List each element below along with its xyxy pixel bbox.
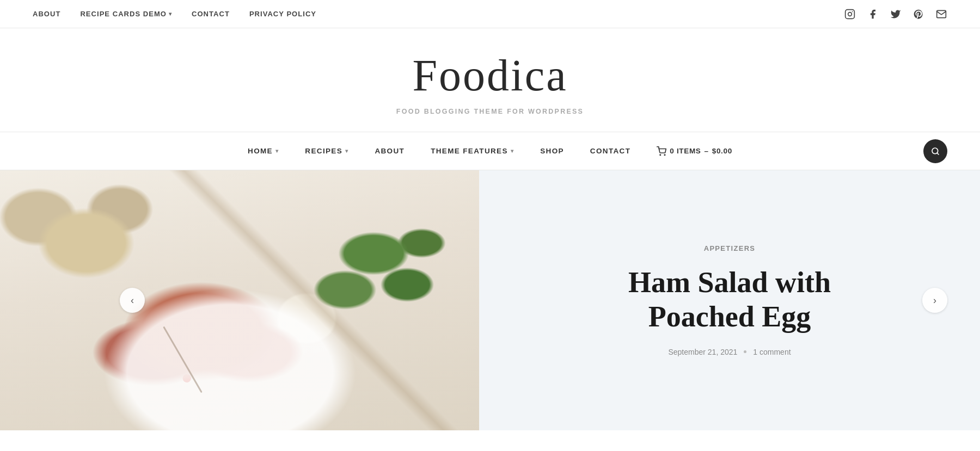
hero-content: Appetizers Ham Salad with Poached Egg Se… bbox=[479, 170, 980, 430]
search-icon bbox=[931, 147, 940, 156]
mainnav-about[interactable]: ABOUT bbox=[375, 147, 405, 155]
hero-image bbox=[0, 170, 479, 430]
hero-comments[interactable]: 1 comment bbox=[753, 348, 791, 356]
cart-icon bbox=[657, 146, 666, 156]
cart-label: 0 ITEMS bbox=[670, 147, 701, 155]
hero-next-button[interactable]: › bbox=[922, 288, 947, 313]
cart-price: $0.00 bbox=[712, 147, 732, 155]
topnav-contact[interactable]: CONTACT bbox=[192, 10, 230, 18]
hero-category[interactable]: Appetizers bbox=[704, 244, 756, 252]
top-navigation: ABOUT RECIPE CARDS DEMO ▾ CONTACT PRIVAC… bbox=[33, 10, 316, 18]
svg-point-2 bbox=[852, 11, 853, 12]
chevron-down-icon: ▾ bbox=[511, 148, 514, 154]
cart-separator: – bbox=[705, 147, 709, 155]
main-navigation: HOME ▾ RECIPES ▾ ABOUT THEME FEATURES ▾ … bbox=[0, 132, 980, 170]
site-title[interactable]: Foodica bbox=[412, 50, 567, 101]
email-icon[interactable] bbox=[935, 8, 947, 20]
svg-point-4 bbox=[665, 155, 666, 156]
pinterest-icon[interactable] bbox=[912, 8, 924, 20]
svg-point-3 bbox=[660, 155, 661, 156]
svg-rect-0 bbox=[846, 9, 855, 18]
instagram-icon[interactable] bbox=[844, 8, 856, 20]
hero-date: September 21, 2021 bbox=[668, 348, 737, 356]
svg-point-1 bbox=[848, 12, 852, 16]
mainnav-shop[interactable]: SHOP bbox=[540, 147, 564, 155]
hero-prev-button[interactable]: ‹ bbox=[120, 288, 145, 313]
mainnav-home[interactable]: HOME ▾ bbox=[248, 147, 279, 155]
site-tagline: FOOD BLOGGING THEME FOR WORDPRESS bbox=[396, 108, 584, 115]
social-icons bbox=[844, 8, 947, 20]
hero-title[interactable]: Ham Salad with Poached Egg bbox=[599, 265, 860, 333]
top-bar: ABOUT RECIPE CARDS DEMO ▾ CONTACT PRIVAC… bbox=[0, 0, 980, 28]
mainnav-recipes[interactable]: RECIPES ▾ bbox=[305, 147, 348, 155]
hero-meta: September 21, 2021 1 comment bbox=[668, 348, 791, 356]
chevron-down-icon: ▾ bbox=[275, 148, 279, 154]
site-header: Foodica FOOD BLOGGING THEME FOR WORDPRES… bbox=[0, 28, 980, 132]
chevron-down-icon: ▾ bbox=[169, 11, 172, 17]
topnav-recipe-cards-demo[interactable]: RECIPE CARDS DEMO ▾ bbox=[80, 10, 172, 18]
topnav-about[interactable]: ABOUT bbox=[33, 10, 60, 18]
chevron-down-icon: ▾ bbox=[345, 148, 348, 154]
search-button[interactable] bbox=[923, 139, 947, 163]
svg-line-6 bbox=[937, 153, 939, 155]
mainnav-contact[interactable]: CONTACT bbox=[590, 147, 630, 155]
meta-separator bbox=[744, 350, 746, 353]
hero-section: Appetizers Ham Salad with Poached Egg Se… bbox=[0, 170, 980, 430]
mainnav-theme-features[interactable]: THEME FEATURES ▾ bbox=[431, 147, 514, 155]
twitter-icon[interactable] bbox=[890, 8, 902, 20]
topnav-privacy-policy[interactable]: PRIVACY POLICY bbox=[249, 10, 316, 18]
cart-link[interactable]: 0 ITEMS – $0.00 bbox=[657, 146, 732, 156]
facebook-icon[interactable] bbox=[867, 8, 879, 20]
